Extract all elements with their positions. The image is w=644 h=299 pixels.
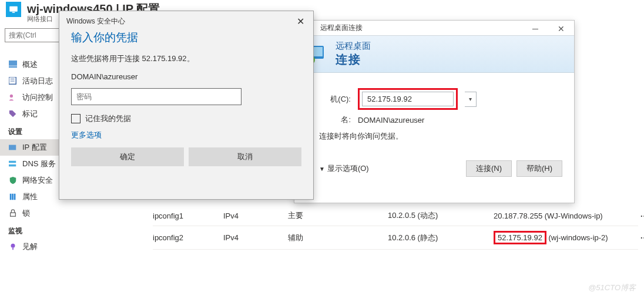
sidebar-item-label: IP 配置 xyxy=(22,142,47,153)
cell-role: 主要 xyxy=(288,210,388,221)
rdc-show-options[interactable]: ▼ 显示选项(O) xyxy=(319,163,369,174)
sidebar-item-label: DNS 服务 xyxy=(22,159,56,169)
close-icon[interactable]: ✕ xyxy=(292,15,308,28)
rdc-titlebar[interactable]: 远程桌面连接 ─ ✕ xyxy=(294,21,574,35)
winsec-heading: 输入你的凭据 xyxy=(71,30,301,45)
sidebar-item-locks[interactable]: 锁 xyxy=(0,205,129,221)
activity-log-icon xyxy=(8,76,18,86)
rdc-help-button[interactable]: 帮助(H) xyxy=(516,160,562,177)
rdc-window: 远程桌面连接 ─ ✕ 远程桌面 连接 机(C): 52.175.19.92 ▾ … xyxy=(294,20,575,203)
chevron-down-icon[interactable]: ▾ xyxy=(465,92,477,107)
remember-checkbox[interactable]: 记住我的凭据 xyxy=(71,113,301,124)
sidebar-item-label: 网络安全 xyxy=(22,175,53,186)
password-field[interactable] xyxy=(71,88,242,105)
rdc-banner-line2: 连接 xyxy=(336,52,371,68)
ip-config-icon xyxy=(8,143,18,152)
svg-rect-11 xyxy=(10,194,12,200)
cell-private-ip: 10.2.0.6 (静态) xyxy=(388,233,494,243)
svg-rect-0 xyxy=(9,6,18,11)
svg-rect-14 xyxy=(11,213,16,216)
sidebar-item-insights[interactable]: 见解 xyxy=(0,238,129,255)
rdc-note: 连接时将向你询问凭据。 xyxy=(319,131,556,142)
windows-security-dialog: Windows 安全中心 ✕ 输入你的凭据 这些凭据将用于连接 52.175.1… xyxy=(59,11,314,200)
more-options-link[interactable]: 更多选项 xyxy=(71,130,102,140)
shield-icon xyxy=(8,176,18,185)
cell-private-ip: 10.2.0.5 (动态) xyxy=(388,210,494,221)
svg-rect-2 xyxy=(9,61,17,66)
lock-icon xyxy=(8,209,18,218)
sidebar-item-label: 属性 xyxy=(22,192,38,202)
rdc-banner-line1: 远程桌面 xyxy=(336,41,371,52)
sidebar-item-label: 活动日志 xyxy=(22,76,53,86)
svg-rect-8 xyxy=(9,145,16,150)
checkbox-icon xyxy=(71,114,80,123)
cell-public-ip: 52.175.19.92 (wj-windows-ip-2) xyxy=(494,231,640,244)
svg-rect-12 xyxy=(12,194,14,200)
winsec-title-text: Windows 安全中心 xyxy=(66,16,125,26)
close-button[interactable]: ✕ xyxy=(548,21,574,37)
remember-label: 记住我的凭据 xyxy=(85,113,131,124)
svg-point-15 xyxy=(11,244,15,248)
cancel-button[interactable]: 取消 xyxy=(189,147,301,166)
table-row[interactable]: ipconfig2 IPv4 辅助 10.2.0.6 (静态) 52.175.1… xyxy=(153,226,638,250)
svg-point-7 xyxy=(10,95,13,98)
rdc-computer-combobox[interactable]: 52.175.19.92 xyxy=(362,92,454,106)
access-control-icon xyxy=(8,93,18,102)
sidebar-item-label: 访问控制 xyxy=(22,92,53,103)
row-more-button[interactable]: ··· xyxy=(640,233,644,242)
table-row[interactable]: ipconfig1 IPv4 主要 10.2.0.5 (动态) 20.187.7… xyxy=(153,206,638,226)
rdc-banner: 远程桌面 连接 xyxy=(294,35,574,73)
ok-button[interactable]: 确定 xyxy=(71,147,184,166)
row-more-button[interactable]: ··· xyxy=(640,211,644,220)
sidebar-item-label: 标记 xyxy=(22,109,38,119)
winsec-description: 这些凭据将用于连接 52.175.19.92。 xyxy=(71,53,301,64)
winsec-username: DOMAIN\azureuser xyxy=(71,72,301,81)
rdc-connect-button[interactable]: 连接(N) xyxy=(466,160,512,177)
svg-rect-10 xyxy=(9,164,16,167)
dns-icon xyxy=(8,159,18,169)
rdc-show-options-label: 显示选项(O) xyxy=(327,163,369,174)
insights-icon xyxy=(8,242,18,251)
network-interface-icon xyxy=(6,2,21,17)
cell-role: 辅助 xyxy=(288,233,388,243)
svg-rect-4 xyxy=(9,77,16,84)
highlighted-host-field: 52.175.19.92 xyxy=(358,88,458,110)
rdc-computer-label: 机(C): xyxy=(319,94,351,105)
cell-name: ipconfig1 xyxy=(153,211,223,220)
minimize-button[interactable]: ─ xyxy=(522,21,548,37)
sidebar-item-label: 概述 xyxy=(22,59,38,70)
sidebar-section-monitor: 监视 xyxy=(0,221,129,238)
watermark: @51CTO博客 xyxy=(588,283,636,293)
tags-icon xyxy=(8,109,18,119)
ipconfig-table: ipconfig1 IPv4 主要 10.2.0.5 (动态) 20.187.7… xyxy=(153,206,638,250)
svg-rect-1 xyxy=(12,12,15,13)
chevron-down-icon: ▼ xyxy=(319,166,325,172)
rdc-title-text: 远程桌面连接 xyxy=(320,23,363,33)
svg-rect-3 xyxy=(9,66,17,68)
winsec-titlebar[interactable]: Windows 安全中心 ✕ xyxy=(59,11,313,28)
public-ip-name: (wj-windows-ip-2) xyxy=(549,233,608,242)
cell-name: ipconfig2 xyxy=(153,233,223,242)
cell-version: IPv4 xyxy=(223,233,288,242)
rdc-username-value: DOMAIN\azureuser xyxy=(358,116,424,125)
rdc-banner-text: 远程桌面 连接 xyxy=(336,41,371,68)
rdc-footer: ▼ 显示选项(O) 连接(N) 帮助(H) xyxy=(294,158,574,184)
rdc-username-label: 名: xyxy=(319,115,351,125)
highlighted-ip: 52.175.19.92 xyxy=(494,231,546,244)
svg-rect-9 xyxy=(9,161,16,163)
cell-public-ip: 20.187.78.255 (WJ-Windows-ip) xyxy=(494,211,640,220)
winsec-body: 输入你的凭据 这些凭据将用于连接 52.175.19.92。 DOMAIN\az… xyxy=(59,28,313,173)
overview-icon xyxy=(8,60,18,69)
svg-rect-13 xyxy=(14,194,16,200)
rdc-body: 机(C): 52.175.19.92 ▾ 名: DOMAIN\azureuser… xyxy=(294,73,574,158)
properties-icon xyxy=(8,192,18,201)
sidebar-item-label: 锁 xyxy=(22,208,30,219)
svg-rect-16 xyxy=(12,248,14,250)
cell-version: IPv4 xyxy=(223,211,288,220)
sidebar-item-label: 见解 xyxy=(22,241,38,252)
